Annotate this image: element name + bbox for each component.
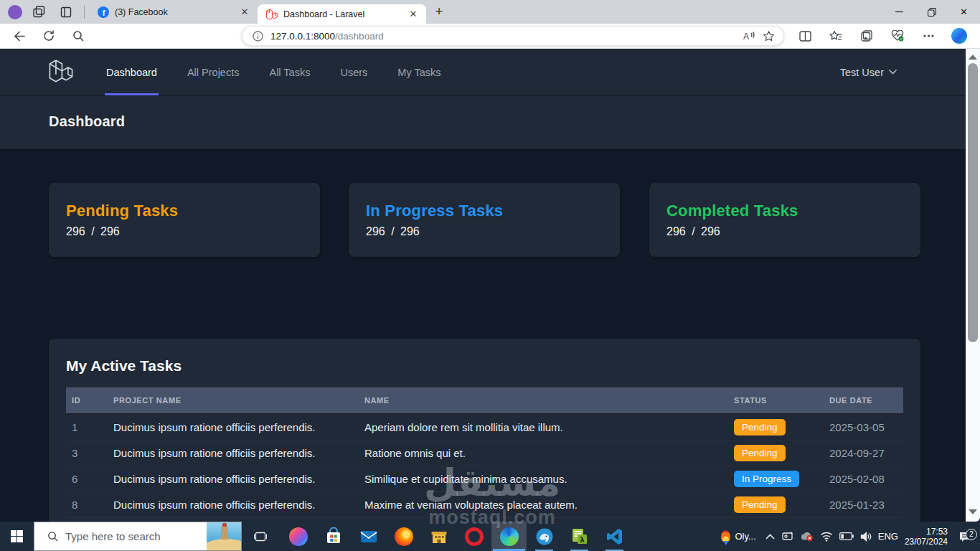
svg-text:A: A [743,32,749,42]
laravel-logo[interactable] [49,49,73,95]
copilot-icon[interactable] [947,25,971,47]
browser-essentials-icon[interactable] [885,25,910,47]
tab-close-icon[interactable]: ✕ [407,9,419,20]
svg-text:f: f [103,8,105,17]
card-title: Pending Tasks [66,202,303,220]
taskbar-clock[interactable]: 17:53 23/07/2024 [905,527,948,547]
taskbar-copilot-icon[interactable] [281,522,316,551]
browser-toolbar: 127.0.0.1:8000/dashboard A [0,24,980,49]
tab-separator [84,6,85,19]
card-pending-tasks: Pending Tasks 296 / 296 [49,183,320,257]
status-badge: In Progress [734,471,799,487]
col-id: ID [66,396,108,405]
split-screen-icon[interactable] [793,25,817,47]
window-minimize-button[interactable] [883,0,915,24]
nav-item-users[interactable]: Users [339,49,369,95]
web-page: Dashboard All Projects All Tasks Users M… [0,49,980,522]
refresh-icon[interactable] [37,25,61,47]
nav-item-my-tasks[interactable]: My Tasks [396,49,442,95]
tab-actions-icon[interactable] [55,2,77,22]
col-status: STATUS [728,396,824,405]
taskbar-elephant-app-icon[interactable] [527,522,562,551]
news-ticker[interactable]: Oly... [721,530,755,542]
page-scrollbar[interactable] [966,49,980,522]
scrollbar-thumb[interactable] [968,63,978,342]
taskbar-firefox-icon[interactable] [386,522,421,551]
volume-icon[interactable] [860,532,872,542]
table-header-row: ID PROJECT NAME NAME STATUS DUE DATE [66,387,903,415]
page-title: Dashboard [49,113,125,130]
card-value: 296 / 296 [366,225,603,238]
url-text[interactable]: 127.0.0.1:8000/dashboard [270,31,743,42]
workspaces-icon[interactable] [28,2,50,22]
url-path: /dashboard [335,31,384,42]
taskbar-vscode-icon[interactable] [597,522,632,551]
status-badge: Pending [734,445,786,461]
taskbar-edge-icon[interactable] [491,522,527,551]
language-indicator[interactable]: ENG [878,531,898,542]
col-due-date: DUE DATE [824,396,903,405]
taskbar-building-app-icon[interactable] [421,522,456,551]
taskbar-mail-icon[interactable] [351,522,386,551]
user-name: Test User [840,67,884,78]
windows-logo-icon [11,530,24,543]
windows-taskbar: Type here to search [0,522,980,551]
user-menu[interactable]: Test User [840,49,897,95]
taskbar-lambda-app-icon[interactable]: λ [562,522,597,551]
taskbar-apps: λ [281,522,632,551]
card-value: 296 / 296 [66,225,303,238]
notification-count-badge: 2 [966,529,977,540]
task-view-icon[interactable] [246,522,275,551]
chevron-down-icon [889,70,897,75]
settings-menu-icon[interactable] [916,25,941,47]
nav-item-dashboard[interactable]: Dashboard [105,49,159,95]
action-center-icon[interactable]: 2 [954,531,976,542]
status-badge: Pending [734,496,786,513]
address-bar[interactable]: 127.0.0.1:8000/dashboard A [242,26,784,46]
news-ticker-label: Oly... [735,531,755,542]
search-placeholder: Type here to search [65,530,161,542]
start-button[interactable] [0,522,34,551]
new-tab-button[interactable]: + [429,2,449,22]
url-host: 127.0.0.1:8000 [270,31,335,42]
taskbar-store-icon[interactable] [316,522,351,551]
nav-links: Dashboard All Projects All Tasks Users M… [105,49,442,95]
nav-item-all-tasks[interactable]: All Tasks [268,49,311,95]
tab-facebook[interactable]: f (3) Facebook ✕ [89,0,258,24]
read-aloud-icon[interactable]: A [743,31,755,42]
scroll-up-arrow[interactable] [969,55,977,60]
collections-icon[interactable] [854,25,879,47]
search-icon[interactable] [66,25,90,47]
site-info-icon[interactable] [253,31,263,42]
meet-now-icon[interactable] [781,531,793,542]
tab-close-icon[interactable]: ✕ [239,6,250,18]
tray-chevron-up-icon[interactable] [765,534,775,540]
search-highlight-image[interactable] [207,522,241,550]
table-row[interactable]: 6 Ducimus ipsum ratione officiis perfere… [66,466,903,492]
back-icon[interactable] [7,25,32,47]
onedrive-error-icon[interactable] [800,531,814,542]
scroll-down-arrow[interactable] [969,509,977,514]
card-in-progress-tasks: In Progress Tasks 296 / 296 [349,183,620,257]
table-row[interactable]: 1 Ducimus ipsum ratione officiis perfere… [66,415,903,441]
nav-item-all-projects[interactable]: All Projects [186,49,241,95]
table-row[interactable]: 8 Ducimus ipsum ratione officiis perfere… [66,492,903,518]
window-controls: ✕ [883,0,980,24]
clock-date: 23/07/2024 [905,537,948,547]
facebook-icon: f [98,6,109,18]
battery-icon[interactable] [839,532,854,540]
search-icon [47,531,58,542]
card-title: Completed Tasks [666,202,903,220]
taskbar-search-box[interactable]: Type here to search [34,522,242,551]
taskbar-opera-icon[interactable] [456,522,491,551]
table-row[interactable]: 3 Ducimus ipsum ratione officiis perfere… [66,441,903,466]
window-restore-button[interactable] [915,0,948,24]
favorites-hub-icon[interactable] [824,25,848,47]
browser-profile-avatar[interactable] [8,5,22,19]
favorite-star-icon[interactable] [763,30,775,42]
section-title: My Active Tasks [66,357,903,375]
window-close-button[interactable]: ✕ [948,0,980,24]
card-value: 296 / 296 [666,225,903,238]
tab-laravel-dashboard[interactable]: Dashboard - Laravel ✕ [258,4,426,24]
wifi-icon[interactable] [820,532,833,542]
